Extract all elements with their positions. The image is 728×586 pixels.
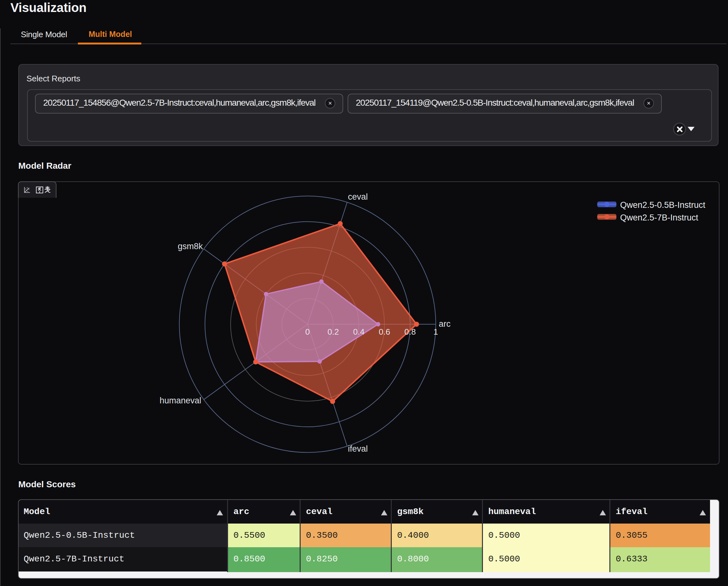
svg-text:Qwen2.5-0.5B-Instruct: Qwen2.5-0.5B-Instruct (620, 200, 706, 210)
svg-text:arc: arc (439, 319, 451, 329)
svg-text:ifeval: ifeval (348, 444, 368, 454)
svg-text:0.8: 0.8 (405, 327, 416, 337)
svg-text:0: 0 (305, 327, 310, 337)
svg-text:humaneval: humaneval (160, 396, 201, 405)
svg-text:Qwen2.5-7B-Instruct: Qwen2.5-7B-Instruct (620, 213, 698, 222)
svg-text:1: 1 (434, 327, 438, 337)
svg-text:0.6: 0.6 (379, 327, 390, 337)
svg-text:0.4: 0.4 (353, 327, 365, 337)
svg-text:0.2: 0.2 (328, 327, 339, 337)
svg-text:ceval: ceval (348, 192, 368, 202)
svg-text:gsm8k: gsm8k (178, 242, 203, 251)
